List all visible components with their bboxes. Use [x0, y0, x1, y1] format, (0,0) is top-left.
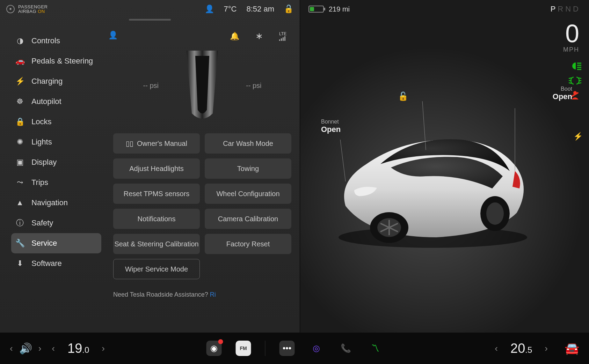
signal-bars-icon [279, 36, 286, 41]
charge-port-icon[interactable]: ⚡ [573, 132, 583, 141]
drl-icon [568, 76, 582, 86]
drive-panel: 219 mi PRND 0 MPH 🔓 ⚡ Bonnet Open [300, 0, 589, 364]
settings-sidebar: ◑ Controls 🚗 Pedals & Steering ⚡ Chargin… [0, 31, 105, 364]
driver-temp-whole: 19 [67, 341, 82, 356]
sidebar-item-safety[interactable]: ⓘ Safety [11, 213, 101, 233]
vehicle-controls-icon[interactable]: 🚘 [565, 341, 579, 355]
driver-profile-icon[interactable]: 👤 [108, 31, 118, 40]
sidebar-item-software[interactable]: ⬇ Software [11, 253, 101, 274]
sidebar-item-label: Navigation [31, 198, 68, 207]
connection-label: LTE [279, 32, 286, 36]
sidebar-item-label: Charging [31, 77, 63, 86]
sentry-app-icon[interactable]: ◎ [309, 341, 324, 356]
passenger-temp-whole: 20 [510, 341, 525, 356]
bottom-dock: ‹ 🔊 › ‹ 19.0 › ◉ FM ••• ◎ 📞 〽 ‹ 20.5 › 🚘 [0, 333, 589, 364]
reset-tpms-button[interactable]: Reset TPMS sensors [113, 184, 200, 204]
settings-panel: ✶ PASSENGER AIRBAG ON 👤 7°C 8:52 am 🔓 ◑ … [0, 0, 300, 364]
factory-reset-button[interactable]: Factory Reset [205, 234, 291, 254]
bolt-icon: ⚡ [15, 77, 24, 86]
cell-signal[interactable]: LTE [279, 32, 286, 41]
sidebar-item-navigation[interactable]: ▲ Navigation [11, 193, 101, 213]
seat-steering-calibration-button[interactable]: Seat & Steering Calibration [113, 234, 200, 254]
wheel-config-button[interactable]: Wheel Configuration [205, 184, 291, 204]
lock-status-icon[interactable]: 🔓 [284, 5, 293, 14]
wiper-service-mode-button[interactable]: Wiper Service Mode [113, 259, 200, 279]
button-label: Wiper Service Mode [125, 265, 188, 273]
driver-temp[interactable]: 19.0 [67, 341, 89, 356]
car-icon: 🚗 [15, 57, 24, 66]
gear-d: D [573, 5, 581, 13]
adjust-headlights-button[interactable]: Adjust Headlights [113, 158, 200, 179]
energy-app-icon[interactable]: 〽 [368, 341, 383, 356]
svg-line-20 [340, 140, 346, 181]
button-label: Reset TPMS sensors [124, 190, 190, 198]
download-icon: ⬇ [15, 259, 24, 268]
notifications-icon[interactable]: 🔔 [230, 32, 239, 41]
bluetooth-icon[interactable]: ∗ [255, 31, 263, 42]
airbag-icon: ✶ [6, 5, 15, 13]
driver-temp-down-button[interactable]: ‹ [52, 343, 55, 354]
sidebar-item-display[interactable]: ▣ Display [11, 152, 101, 172]
sidebar-item-label: Controls [31, 36, 60, 45]
towing-button[interactable]: Towing [205, 158, 291, 179]
route-icon: ⤳ [15, 178, 24, 187]
sidebar-item-trips[interactable]: ⤳ Trips [11, 172, 101, 193]
airbag-state: ON [38, 9, 45, 14]
speedometer: 0 MPH [563, 21, 579, 53]
lock-icon: 🔒 [15, 117, 24, 126]
all-apps-icon[interactable]: ••• [279, 341, 295, 356]
tire-pressure-right: -- psi [246, 82, 261, 90]
volume-up-button[interactable]: › [38, 343, 42, 354]
sidebar-item-locks[interactable]: 🔒 Locks [11, 112, 101, 132]
owners-manual-button[interactable]: ▯▯ Owner's Manual [113, 133, 200, 154]
gear-selector: PRND [551, 5, 581, 14]
airbag-line2: AIRBAG [18, 9, 36, 14]
info-icon: ⓘ [15, 218, 24, 228]
sidebar-item-label: Lights [31, 138, 52, 147]
sidebar-item-charging[interactable]: ⚡ Charging [11, 71, 101, 91]
toggle-icon: ◑ [15, 36, 24, 45]
book-icon: ▯▯ [126, 139, 133, 148]
fm-label: FM [240, 346, 247, 351]
sidebar-item-label: Trips [31, 178, 48, 187]
sidebar-item-service[interactable]: 🔧 Service [11, 233, 101, 253]
button-label: Adjust Headlights [129, 165, 184, 173]
driver-temp-dec: .0 [82, 345, 89, 355]
button-label: Notifications [138, 215, 176, 223]
outside-temperature: 7°C [224, 5, 237, 14]
car-wash-button[interactable]: Car Wash Mode [205, 133, 291, 154]
gear-n: N [565, 5, 573, 13]
speed-value: 0 [563, 21, 579, 46]
assist-link[interactable]: Ri [210, 291, 216, 298]
boot-action: Open [553, 92, 572, 101]
volume-down-button[interactable]: ‹ [10, 343, 13, 354]
sidebar-item-label: Service [31, 239, 57, 248]
camera-calibration-button[interactable]: Camera Calibration [205, 209, 291, 229]
passenger-temp-up-button[interactable]: › [545, 343, 548, 354]
radio-app-icon[interactable]: FM [236, 341, 251, 356]
notifications-button[interactable]: Notifications [113, 209, 200, 229]
sidebar-item-autopilot[interactable]: ☸ Autopilot [11, 91, 101, 112]
status-bar-right: 219 mi PRND [300, 0, 589, 18]
volume-icon[interactable]: 🔊 [19, 342, 32, 355]
vehicle-render [321, 98, 545, 251]
display-icon: ▣ [15, 158, 24, 167]
drawer-handle[interactable] [129, 19, 171, 21]
dashcam-app-icon[interactable]: ◉ [206, 341, 222, 356]
passenger-temp[interactable]: 20.5 [510, 341, 532, 356]
sidebar-item-lights[interactable]: ✺ Lights [11, 132, 101, 152]
profile-icon[interactable]: 👤 [205, 5, 214, 14]
status-bar-left: ✶ PASSENGER AIRBAG ON 👤 7°C 8:52 am 🔓 [0, 0, 300, 18]
button-label: Owner's Manual [137, 140, 187, 148]
sidebar-item-controls[interactable]: ◑ Controls [11, 31, 101, 51]
boot-open-button[interactable]: Boot Open [553, 86, 572, 101]
battery-icon[interactable] [308, 6, 324, 13]
passenger-temp-down-button[interactable]: ‹ [495, 343, 498, 354]
sidebar-item-label: Software [31, 259, 62, 268]
phone-app-icon[interactable]: 📞 [338, 341, 354, 356]
car-tire-graphic [176, 51, 228, 120]
passenger-airbag-indicator: ✶ PASSENGER AIRBAG ON [6, 5, 48, 14]
driver-temp-up-button[interactable]: › [102, 343, 105, 354]
sidebar-item-pedals[interactable]: 🚗 Pedals & Steering [11, 51, 101, 71]
range-value: 219 mi [329, 5, 350, 13]
